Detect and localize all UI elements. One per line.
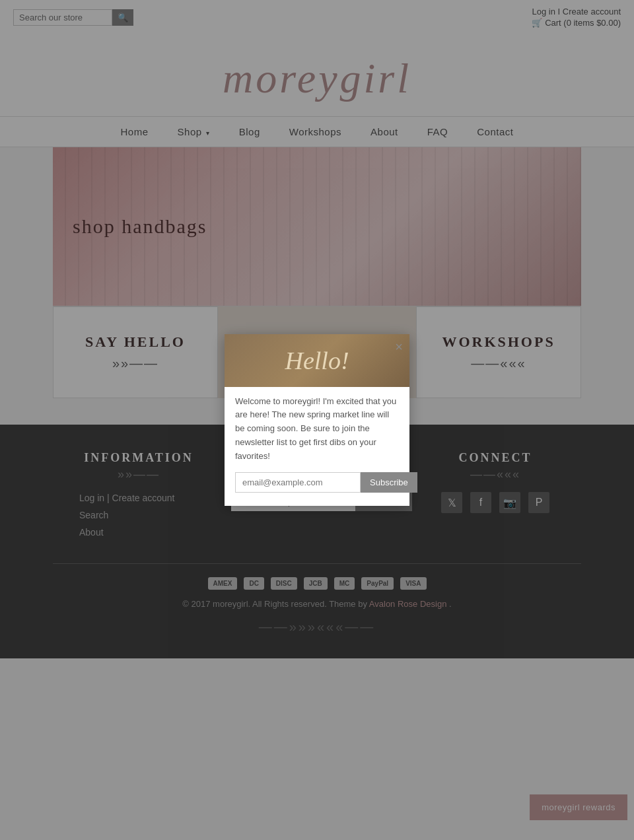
modal: × Hello! Welcome to moreygirl! I'm excit… (225, 334, 409, 507)
modal-body-text: Welcome to moreygirl! I'm excited that y… (225, 387, 409, 473)
modal-hello-image: Hello! (225, 334, 409, 387)
modal-email-input[interactable] (235, 472, 361, 493)
modal-subscribe-form: Subscribe (225, 472, 409, 493)
modal-subscribe-button[interactable]: Subscribe (361, 472, 417, 493)
modal-hello-text: Hello! (285, 346, 349, 375)
modal-close-button[interactable]: × (395, 339, 403, 355)
modal-overlay: × Hello! Welcome to moreygirl! I'm excit… (0, 0, 634, 658)
